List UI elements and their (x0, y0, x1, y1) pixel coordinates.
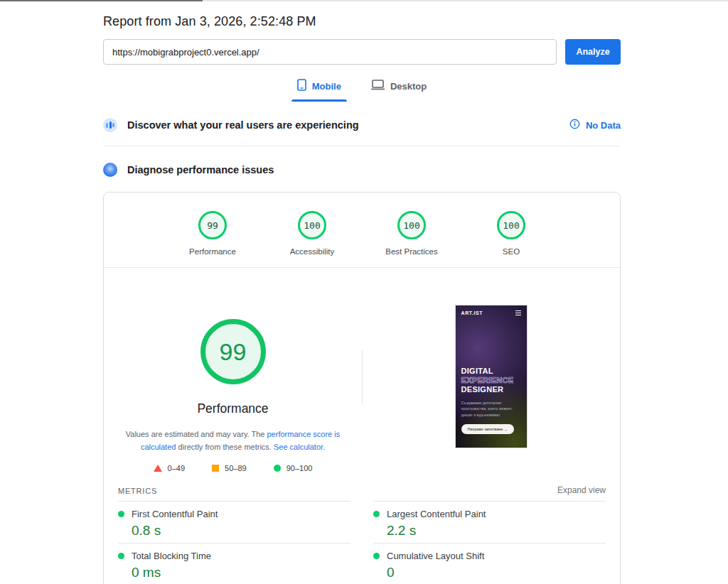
metric-pass-dot (118, 553, 124, 559)
metrics-column-right: Largest Contentful Paint 2.2 s Cumulativ… (373, 501, 606, 584)
legend-average: 50–89 (212, 464, 247, 472)
no-data-status[interactable]: No Data (569, 119, 621, 131)
category-scores-row: 99 Performance 100 Accessibility 100 Bes… (104, 193, 620, 267)
average-square-icon (212, 465, 219, 472)
metric-pass-dot (118, 511, 124, 517)
score-circle: 100 (397, 211, 426, 239)
url-input[interactable] (103, 39, 557, 65)
hamburger-menu-icon (515, 310, 521, 315)
score-accessibility[interactable]: 100 Accessibility (281, 211, 343, 256)
tab-mobile[interactable]: Mobile (291, 73, 347, 102)
thumbnail-brand: ART.IST (461, 310, 483, 315)
tab-mobile-label: Mobile (312, 81, 341, 92)
score-circle: 100 (298, 211, 326, 239)
metric-pass-dot (373, 511, 380, 517)
score-range-legend: 0–49 50–89 90–100 (154, 464, 313, 472)
fail-triangle-icon (154, 465, 162, 472)
score-performance[interactable]: 99 Performance (181, 211, 244, 256)
metrics-heading: METRICS (118, 487, 157, 495)
discover-section-title: Discover what your real users are experi… (127, 119, 359, 131)
top-hairline-dark (0, 0, 203, 1)
see-calculator-link[interactable]: See calculator. (274, 443, 325, 451)
real-users-icon (103, 118, 117, 132)
metrics-grid: First Contentful Paint 0.8 s Total Block… (104, 501, 620, 584)
score-seo[interactable]: 100 SEO (480, 211, 542, 256)
speedometer-icon (103, 163, 117, 177)
diagnose-section-header[interactable]: Diagnose performance issues (103, 155, 621, 185)
performance-panel: 99 Performance Values are estimated and … (104, 268, 620, 472)
screenshot-column: ART.IST DIGITAL EXPERIENCE DESIGNER Създ… (362, 268, 620, 472)
page-title: Report from Jan 3, 2026, 2:52:48 PM (103, 14, 621, 29)
page-screenshot-thumbnail[interactable]: ART.IST DIGITAL EXPERIENCE DESIGNER Създ… (455, 305, 528, 448)
desktop-icon (371, 80, 385, 92)
metric-total-blocking-time: Total Blocking Time 0 ms (118, 543, 350, 584)
device-tabs: Mobile Desktop (103, 73, 621, 102)
metrics-header: METRICS Expand view (104, 472, 620, 501)
performance-gauge-label: Performance (197, 401, 268, 416)
url-bar: Analyze (103, 39, 621, 65)
score-disclaimer: Values are estimated and may vary. The p… (116, 428, 350, 453)
score-circle: 100 (497, 211, 525, 239)
no-data-label: No Data (586, 120, 621, 131)
performance-gauge: 99 (200, 319, 266, 384)
section-divider (103, 146, 621, 146)
mobile-icon (297, 79, 306, 93)
metric-pass-dot (373, 553, 380, 559)
analyze-button[interactable]: Analyze (565, 39, 621, 65)
thumbnail-headline: DIGITAL EXPERIENCE DESIGNER (461, 367, 521, 395)
report-container: Report from Jan 3, 2026, 2:52:48 PM Anal… (103, 14, 621, 584)
pass-circle-icon (274, 465, 281, 472)
metrics-column-left: First Contentful Paint 0.8 s Total Block… (118, 501, 350, 584)
legend-pass: 90–100 (274, 464, 313, 472)
thumbnail-cta-button: Направи запитване → (461, 424, 515, 434)
expand-view-button[interactable]: Expand view (557, 485, 606, 495)
metric-largest-contentful-paint: Largest Contentful Paint 2.2 s (373, 501, 606, 543)
tab-desktop-label: Desktop (390, 81, 427, 92)
legend-fail: 0–49 (154, 464, 185, 472)
lighthouse-report-card: 99 Performance 100 Accessibility 100 Bes… (103, 192, 621, 584)
metric-cumulative-layout-shift: Cumulative Layout Shift 0 (373, 543, 606, 584)
discover-section-header[interactable]: Discover what your real users are experi… (103, 110, 621, 140)
thumbnail-paragraph: Създаваме дигитални пространства, които … (461, 400, 521, 418)
diagnose-section-title: Diagnose performance issues (127, 164, 274, 175)
performance-gauge-column: 99 Performance Values are estimated and … (104, 268, 362, 472)
info-icon (569, 119, 580, 131)
metric-first-contentful-paint: First Contentful Paint 0.8 s (118, 501, 350, 543)
score-best-practices[interactable]: 100 Best Practices (380, 211, 443, 256)
score-circle: 99 (198, 211, 227, 239)
panel-vertical-divider (362, 350, 363, 404)
tab-desktop[interactable]: Desktop (365, 73, 432, 102)
